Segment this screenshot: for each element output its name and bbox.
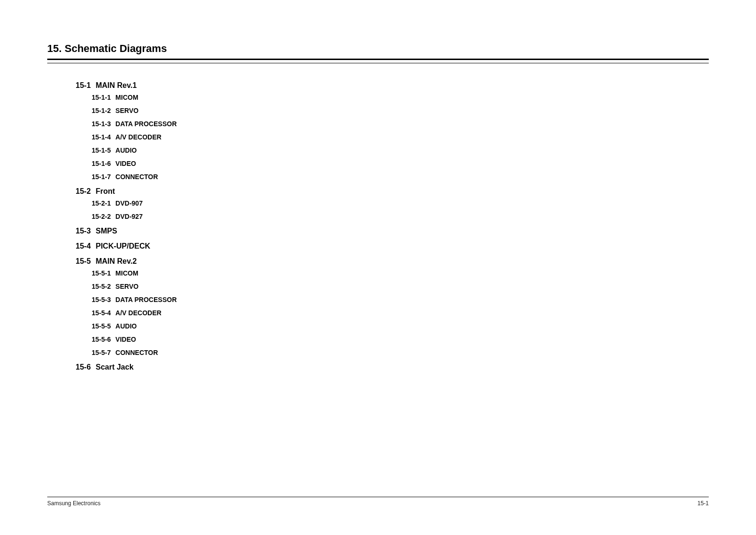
section-title: MAIN Rev.1 — [95, 81, 137, 90]
table-of-contents: 15-1 MAIN Rev.1 15-1-1 MICOM 15-1-2 SERV… — [47, 81, 709, 371]
section-number: 15-6 — [76, 363, 91, 371]
subsection-group: 15-1-1 MICOM 15-1-2 SERVO 15-1-3 DATA PR… — [76, 94, 709, 181]
toc-section: 15-2 Front — [76, 187, 709, 196]
subsection-number: 15-1-6 — [92, 160, 111, 167]
toc-subsection: 15-5-7 CONNECTOR — [92, 349, 709, 356]
subsection-title: VIDEO — [115, 160, 136, 167]
footer-row: Samsung Electronics 15-1 — [47, 500, 709, 507]
subsection-number: 15-5-5 — [92, 322, 111, 330]
section-number: 15-1 — [76, 81, 91, 90]
subsection-title: AUDIO — [115, 322, 137, 330]
toc-subsection: 15-5-2 SERVO — [92, 283, 709, 290]
subsection-number: 15-5-7 — [92, 349, 111, 356]
subsection-title: CONNECTOR — [115, 173, 158, 181]
toc-subsection: 15-1-3 DATA PROCESSOR — [92, 120, 709, 128]
section-number: 15-2 — [76, 187, 91, 196]
toc-subsection: 15-5-6 VIDEO — [92, 336, 709, 343]
toc-subsection: 15-5-3 DATA PROCESSOR — [92, 296, 709, 303]
subsection-number: 15-5-3 — [92, 296, 111, 303]
subsection-title: MICOM — [115, 94, 138, 101]
toc-section: 15-6 Scart Jack — [76, 363, 709, 371]
toc-subsection: 15-1-6 VIDEO — [92, 160, 709, 167]
toc-subsection: 15-5-5 AUDIO — [92, 322, 709, 330]
subsection-number: 15-5-6 — [92, 336, 111, 343]
toc-subsection: 15-1-4 A/V DECODER — [92, 133, 709, 141]
section-number: 15-3 — [76, 227, 91, 235]
rule-top-thin — [47, 63, 709, 63]
toc-subsection: 15-2-1 DVD-907 — [92, 199, 709, 207]
subsection-number: 15-2-2 — [92, 213, 111, 220]
subsection-title: VIDEO — [115, 336, 136, 343]
subsection-number: 15-5-2 — [92, 283, 111, 290]
subsection-number: 15-1-7 — [92, 173, 111, 181]
toc-section: 15-5 MAIN Rev.2 — [76, 257, 709, 266]
toc-section: 15-4 PICK-UP/DECK — [76, 242, 709, 250]
subsection-title: DATA PROCESSOR — [115, 120, 177, 128]
toc-subsection: 15-1-1 MICOM — [92, 94, 709, 101]
toc-section: 15-1 MAIN Rev.1 — [76, 81, 709, 90]
page-footer: Samsung Electronics 15-1 — [47, 497, 709, 507]
toc-subsection: 15-5-1 MICOM — [92, 269, 709, 277]
toc-subsection: 15-1-2 SERVO — [92, 107, 709, 114]
subsection-title: A/V DECODER — [115, 133, 161, 141]
section-number: 15-5 — [76, 257, 91, 266]
chapter-title: 15. Schematic Diagrams — [47, 43, 709, 59]
toc-subsection: 15-1-7 CONNECTOR — [92, 173, 709, 181]
toc-subsection: 15-1-5 AUDIO — [92, 147, 709, 154]
toc-subsection: 15-5-4 A/V DECODER — [92, 309, 709, 317]
section-title: MAIN Rev.2 — [95, 257, 137, 266]
subsection-group: 15-5-1 MICOM 15-5-2 SERVO 15-5-3 DATA PR… — [76, 269, 709, 356]
subsection-title: SERVO — [115, 107, 138, 114]
subsection-title: DATA PROCESSOR — [115, 296, 177, 303]
subsection-title: DVD-927 — [115, 213, 143, 220]
section-title: SMPS — [95, 227, 117, 235]
subsection-number: 15-5-4 — [92, 309, 111, 317]
toc-subsection: 15-2-2 DVD-927 — [92, 213, 709, 220]
subsection-title: SERVO — [115, 283, 138, 290]
section-number: 15-4 — [76, 242, 91, 250]
subsection-number: 15-1-1 — [92, 94, 111, 101]
subsection-group: 15-2-1 DVD-907 15-2-2 DVD-927 — [76, 199, 709, 220]
chapter-number: 15. — [47, 43, 62, 54]
footer-rule — [47, 497, 709, 497]
footer-page-number: 15-1 — [697, 500, 709, 507]
subsection-number: 15-1-4 — [92, 133, 111, 141]
subsection-number: 15-1-5 — [92, 147, 111, 154]
toc-section: 15-3 SMPS — [76, 227, 709, 235]
section-title: Front — [95, 187, 115, 196]
subsection-number: 15-1-3 — [92, 120, 111, 128]
section-title: Scart Jack — [95, 363, 133, 371]
footer-left: Samsung Electronics — [47, 500, 101, 507]
chapter-title-text: Schematic Diagrams — [65, 43, 167, 54]
rule-top-thick — [47, 59, 709, 60]
subsection-title: CONNECTOR — [115, 349, 158, 356]
subsection-title: AUDIO — [115, 147, 137, 154]
subsection-number: 15-1-2 — [92, 107, 111, 114]
subsection-title: DVD-907 — [115, 199, 143, 207]
subsection-title: A/V DECODER — [115, 309, 161, 317]
document-page: 15. Schematic Diagrams 15-1 MAIN Rev.1 1… — [0, 0, 756, 390]
subsection-number: 15-5-1 — [92, 269, 111, 277]
subsection-title: MICOM — [115, 269, 138, 277]
subsection-number: 15-2-1 — [92, 199, 111, 207]
section-title: PICK-UP/DECK — [95, 242, 150, 250]
